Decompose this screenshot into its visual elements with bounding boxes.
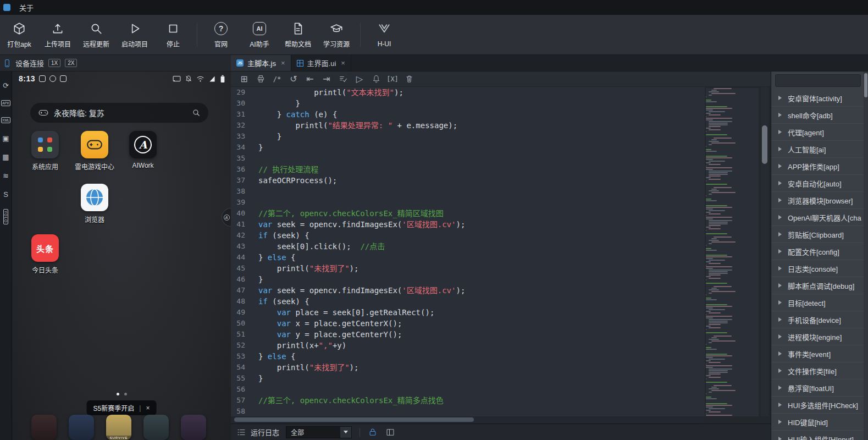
app-system-apps[interactable]: 系统应用 [22,131,68,171]
sidebar-item[interactable]: 剪贴板[Clipboard] [771,226,864,243]
sidebar-item[interactable]: 代理[agent] [771,124,864,141]
sidebar-item-label: 代理[agent] [788,127,824,138]
sidebar-item[interactable]: shell命令[adb] [771,107,864,124]
menu-about[interactable]: 关于 [14,0,39,15]
dock-app-icon[interactable] [143,415,169,440]
battery-icon [220,75,225,83]
close-tab-icon[interactable]: × [341,59,345,67]
vertical-scrollbar[interactable] [761,87,769,416]
new-snippet-icon[interactable]: ⊞ [237,73,251,86]
scale-2x-button[interactable]: 2X [65,59,77,67]
sidebar-item[interactable]: HUI输入组件[HInput] [771,431,864,440]
variables-icon[interactable]: [X] [386,73,399,86]
minimap-line [709,144,712,145]
dock-app-icon[interactable] [181,415,206,440]
yolo-tool-icon[interactable]: YOLO [3,209,8,224]
app-leidian-game-center[interactable]: 雷电游戏中心 [71,131,118,171]
horizontal-scrollbar[interactable] [233,416,704,423]
sidebar-item[interactable]: 安卓自动化[auto] [771,175,864,192]
season-banner[interactable]: S5新赛季开启 | × [87,400,157,415]
lock-icon[interactable] [368,427,378,437]
upload-project-button[interactable]: 上传项目 [38,16,77,53]
minimap-line [706,250,717,251]
popout-panel-icon[interactable] [385,427,395,437]
record-icon[interactable]: ▣ [2,129,9,147]
tab-main-ui[interactable]: 主界面.ui × [291,55,351,71]
sidebar-item[interactable]: HUI多选组件[HCheck] [771,397,864,414]
close-tab-icon[interactable]: × [281,59,285,67]
bell-icon[interactable] [369,73,383,86]
sidebar-item[interactable]: 目标[detect] [771,294,864,311]
sidebar-item[interactable]: 配置文件[config] [771,243,864,260]
outdent-icon[interactable]: ⇤ [303,73,317,86]
sidebar-scrollbar[interactable] [864,72,868,440]
minimap-line [706,151,717,152]
sidebar-item[interactable]: 脚本断点调试[debug] [771,277,864,294]
sidebar-item[interactable]: 事件类[event] [771,345,864,362]
code-editor[interactable]: 29 printl("文本未找到");30 }31 } catch (e) {3… [231,87,705,416]
undo-icon[interactable]: ↺ [287,73,300,86]
dropdown-arrow-icon[interactable] [340,427,351,438]
format-code-icon[interactable]: /* [270,73,284,86]
dock-app-icon[interactable]: SURVIVE [106,415,131,440]
minimap-line [706,134,727,135]
clear-icon[interactable] [402,73,416,86]
dock-app-icon[interactable] [31,415,57,440]
xml-tool-icon[interactable]: XML [1,117,10,123]
app-aiwork[interactable]: A AIWork [120,131,166,169]
scale-1x-button[interactable]: 1X [48,59,60,67]
sidebar-item[interactable]: 进程模块[engine] [771,328,864,345]
help-docs-button[interactable]: 帮助文档 [279,16,317,53]
api-search-input[interactable] [779,77,868,85]
sidebar-item[interactable]: 人工智能[ai] [771,141,864,158]
sidebar-item[interactable]: 浏览器模块[browser] [771,192,864,209]
hui-home-button[interactable]: H-UI [365,16,403,53]
stop-icon [165,21,181,36]
app-browser[interactable]: 浏览器 [71,184,118,224]
check-script-icon[interactable] [336,73,350,86]
search-icon[interactable] [192,108,201,117]
run-script-icon[interactable]: ▷ [353,73,366,86]
horizontal-scrollbar-thumb[interactable] [234,417,474,422]
sidebar-scrollbar-thumb[interactable] [864,73,867,97]
minimap-line [706,147,759,148]
sidebar-item[interactable]: 文件操作类[file] [771,362,864,380]
game-search-bar[interactable]: 永夜降临: 复苏 [30,102,209,123]
package-apk-button[interactable]: 打包apk [0,16,38,53]
assistant-handle[interactable]: A [222,208,231,227]
vertical-scrollbar-thumb[interactable] [762,125,767,164]
tab-main-script[interactable]: JS 主脚本.js × [231,55,291,71]
learning-resources-button[interactable]: 学习资源 [317,16,356,53]
sidebar-item-label: 安卓窗体[activity] [788,93,842,103]
apps-grid-icon[interactable]: ▦ [2,147,9,166]
sidebar-item[interactable]: HID键鼠[hid] [771,414,864,431]
refresh-icon[interactable]: ⟳ [3,76,9,95]
print-icon[interactable] [254,73,267,86]
sidebar-item[interactable]: 安卓窗体[activity] [771,90,864,107]
minimap-line [706,331,759,332]
start-project-button[interactable]: 启动项目 [115,16,154,53]
ai-assistant-button[interactable]: AI AI助手 [240,16,279,53]
device-screen-mirror[interactable]: 8:13 永夜降临: 复苏 系统应用 雷电 [12,72,231,440]
remote-update-button[interactable]: 远程更新 [77,16,115,53]
sidebar-item[interactable]: APP操作类[app] [771,158,864,175]
official-site-button[interactable]: ? 官网 [202,16,240,53]
sidebar-item[interactable]: 手机设备[device] [771,311,864,328]
chevron-right-icon [778,386,782,390]
sidebar-item[interactable]: OpenAI聊天机器人[cha [771,209,864,226]
s-tool-icon[interactable]: S [3,185,8,204]
banner-close-icon[interactable]: × [146,404,150,412]
line-number: 51 [231,329,245,340]
app-toutiao[interactable]: 头条 今日头条 [22,234,68,274]
sidebar-item[interactable]: 悬浮窗[floatUI] [771,380,864,397]
wifi-tool-icon[interactable]: ≋ [3,166,9,185]
line-number: 35 [231,153,245,164]
log-filter-select[interactable]: 全部 [286,426,352,438]
apk-tool-icon[interactable]: APK [1,100,10,106]
sidebar-item[interactable]: 日志类[console] [771,260,864,277]
dock-app-icon[interactable] [69,415,94,440]
stop-button[interactable]: 停止 [154,16,192,53]
api-search-box[interactable] [775,74,861,87]
indent-icon[interactable]: ⇥ [320,73,333,86]
minimap[interactable] [706,88,759,416]
